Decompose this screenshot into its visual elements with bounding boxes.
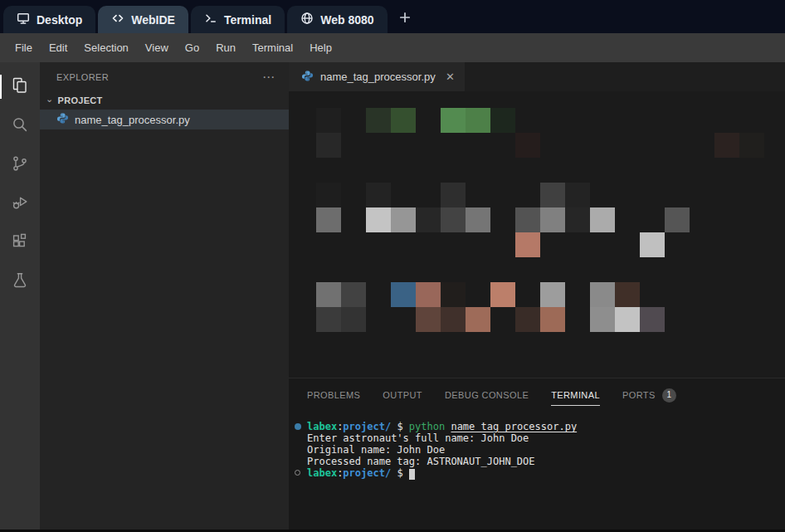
panel-tab-label: PORTS	[622, 378, 656, 412]
panel-tab-label: OUTPUT	[383, 378, 422, 412]
code-block	[615, 282, 640, 307]
code-block	[590, 207, 615, 232]
editor-content-blurred-code[interactable]	[289, 91, 785, 378]
code-block	[540, 183, 565, 207]
file-name: name_tag_processor.py	[75, 114, 190, 126]
terminal-text: labex	[307, 421, 337, 432]
terminal-text: Enter astronaut's full name: John Doe	[307, 432, 529, 444]
code-block	[341, 282, 366, 307]
menu-item-run[interactable]: Run	[207, 39, 244, 57]
terminal-text: $	[391, 421, 409, 432]
browser-tab-label: Terminal	[224, 13, 271, 27]
activity-item-source-control[interactable]	[0, 145, 40, 184]
browser-tab-label: Desktop	[37, 13, 82, 27]
prompt-hollow-circle-icon	[295, 470, 300, 476]
code-block	[615, 307, 640, 332]
activity-item-run-and-debug[interactable]	[0, 184, 40, 223]
explorer-header: EXPLORER ⋯	[40, 62, 289, 91]
panel-tab-ports[interactable]: PORTS1	[622, 378, 676, 412]
code-block	[515, 133, 540, 158]
code-block	[416, 282, 441, 307]
monitor-icon	[17, 12, 30, 27]
prompt-filled-circle-icon	[295, 423, 301, 430]
code-block	[515, 307, 540, 332]
code-block	[416, 207, 441, 232]
terminal-text: $	[391, 467, 409, 479]
project-section-header[interactable]: ⌄ PROJECT	[40, 91, 289, 110]
terminal-text: Processed name tag: ASTRONAUT_JOHN_DOE	[307, 456, 535, 467]
activity-item-search[interactable]	[0, 106, 40, 145]
file-item-name-tag-processor[interactable]: name_tag_processor.py	[40, 110, 289, 129]
code-block	[590, 307, 615, 332]
terminal-prompt-icon	[204, 12, 217, 27]
more-actions-button[interactable]: ⋯	[262, 70, 275, 85]
code-block	[565, 183, 590, 207]
editor-tab-name-tag-processor[interactable]: name_tag_processor.py ✕	[289, 62, 465, 91]
code-block	[640, 307, 665, 332]
terminal-text: Original name: John Doe	[307, 444, 445, 456]
explorer-icon	[10, 76, 30, 99]
explorer-sidebar: EXPLORER ⋯ ⌄ PROJECT name_tag_processor.…	[40, 62, 289, 530]
panel-tab-output[interactable]: OUTPUT	[383, 378, 422, 412]
code-block	[466, 307, 490, 332]
menu-item-edit[interactable]: Edit	[41, 39, 76, 57]
code-block	[341, 307, 366, 332]
code-block	[466, 108, 490, 133]
code-block	[540, 207, 565, 232]
new-tab-button[interactable]	[398, 11, 412, 27]
menu-item-terminal[interactable]: Terminal	[244, 39, 301, 57]
menu-item-view[interactable]: View	[137, 39, 177, 57]
panel-tab-debug-console[interactable]: DEBUG CONSOLE	[445, 378, 529, 412]
editor-tab-label: name_tag_processor.py	[320, 71, 436, 83]
panel-tab-label: TERMINAL	[551, 378, 600, 412]
code-block	[316, 282, 341, 307]
menubar: FileEditSelectionViewGoRunTerminalHelp	[0, 33, 785, 62]
menu-item-selection[interactable]: Selection	[76, 39, 136, 57]
terminal-text: python	[409, 421, 451, 432]
ports-badge: 1	[662, 388, 676, 403]
run-and-debug-icon	[10, 193, 30, 216]
browser-tab-terminal[interactable]: Terminal	[191, 6, 285, 33]
panel-tab-problems[interactable]: PROBLEMS	[307, 378, 360, 412]
panel-tab-label: DEBUG CONSOLE	[445, 378, 529, 412]
explorer-title: EXPLORER	[56, 72, 109, 82]
code-block	[366, 183, 391, 207]
code-block	[490, 282, 515, 307]
activity-item-explorer[interactable]	[0, 67, 40, 106]
menu-item-file[interactable]: File	[7, 39, 41, 57]
bottom-panel: PROBLEMSOUTPUTDEBUG CONSOLETERMINALPORTS…	[289, 378, 785, 530]
terminal-output[interactable]: labex:project/ $ python name_tag_process…	[289, 412, 785, 530]
terminal-text: project/	[343, 421, 391, 432]
python-icon	[56, 112, 69, 127]
code-block	[540, 282, 565, 307]
globe-icon	[300, 12, 314, 27]
browser-tab-webide[interactable]: WebIDE	[98, 6, 188, 33]
menu-item-help[interactable]: Help	[301, 39, 340, 57]
panel-tab-terminal[interactable]: TERMINAL	[551, 378, 600, 412]
code-block	[441, 108, 466, 133]
section-label: PROJECT	[58, 95, 103, 105]
code-block	[391, 108, 416, 133]
editor-tab-bar: name_tag_processor.py ✕	[289, 62, 785, 91]
close-tab-button[interactable]: ✕	[446, 71, 455, 83]
activity-item-testing[interactable]	[0, 262, 40, 301]
terminal-line: Processed name tag: ASTRONAUT_JOHN_DOE	[289, 456, 785, 467]
terminal-line: Enter astronaut's full name: John Doe	[289, 432, 785, 444]
activity-item-extensions[interactable]	[0, 223, 40, 262]
python-icon	[301, 70, 314, 85]
webide-window: Desktop WebIDE Terminal Web 8080 FileEdi…	[0, 0, 785, 532]
code-block	[665, 207, 690, 232]
testing-icon	[10, 271, 30, 294]
browser-tab-desktop[interactable]: Desktop	[3, 6, 95, 33]
code-block	[540, 307, 565, 332]
browser-tab-web-8080[interactable]: Web 8080	[287, 6, 387, 33]
code-block	[316, 183, 341, 207]
code-block	[391, 207, 416, 232]
terminal-text: labex	[307, 467, 337, 479]
code-icon	[111, 12, 124, 27]
environment-tab-bar: Desktop WebIDE Terminal Web 8080	[0, 0, 785, 33]
code-block	[515, 207, 540, 232]
code-block	[441, 282, 466, 307]
editor-group: name_tag_processor.py ✕	[289, 62, 785, 378]
menu-item-go[interactable]: Go	[177, 39, 207, 57]
